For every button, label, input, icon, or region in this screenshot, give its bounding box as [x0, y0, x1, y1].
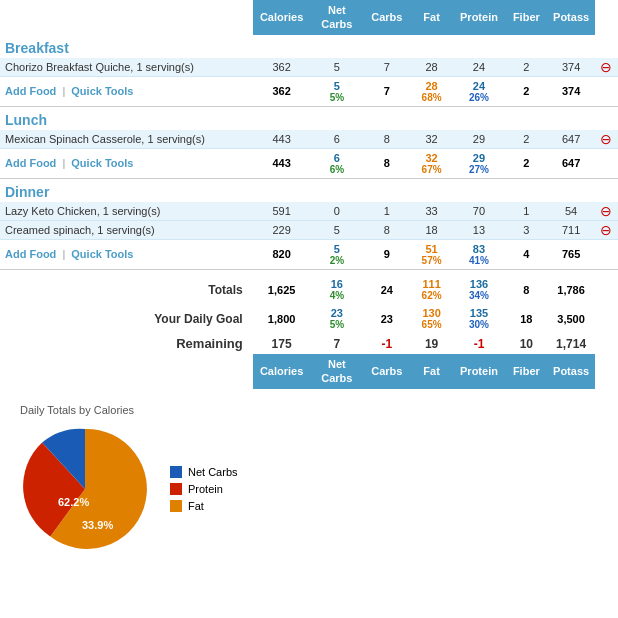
lunch-food-1-carbs: 8	[363, 130, 410, 149]
breakfast-quick-tools-link[interactable]: Quick Tools	[71, 85, 133, 97]
lunch-subtotal-fat: 32 67%	[411, 148, 453, 178]
totals-netcarbs: 16 4%	[311, 275, 364, 304]
lunch-add-food-link[interactable]: Add Food	[5, 157, 56, 169]
lunch-food-1-name: Mexican Spinach Casserole, 1 serving(s)	[0, 130, 253, 149]
pie-fat-label: 62.2%	[58, 496, 89, 508]
delete-icon: ⊖	[600, 131, 612, 147]
breakfast-food-1-protein: 24	[453, 58, 506, 77]
dinner-food-1-fiber: 1	[505, 202, 547, 221]
totals-row: Totals 1,625 16 4% 24 111 62% 136 34% 8 …	[0, 275, 618, 304]
legend-item-protein: Protein	[170, 483, 238, 495]
bottom-col-carbs: Carbs	[363, 354, 410, 389]
legend-label-fat: Fat	[188, 500, 204, 512]
lunch-subtotal-protein: 29 27%	[453, 148, 506, 178]
remaining-protein: -1	[453, 333, 506, 354]
lunch-subtotal-fiber: 2	[505, 148, 547, 178]
breakfast-food-1-carbs: 7	[363, 58, 410, 77]
chart-legend: Net Carbs Protein Fat	[170, 466, 238, 512]
dinner-label: Dinner	[5, 184, 49, 200]
dinner-food-1-name: Lazy Keto Chicken, 1 serving(s)	[0, 202, 253, 221]
dinner-food-2-potass: 711	[547, 220, 594, 239]
dinner-subtotal-carbs: 9	[363, 239, 410, 269]
pie-protein-label: 33.9%	[82, 519, 113, 531]
column-headers: Calories NetCarbs Carbs Fat Protein Fibe…	[0, 0, 618, 35]
pie-chart: 62.2% 33.9%	[20, 424, 150, 554]
delete-icon: ⊖	[600, 59, 612, 75]
dinner-subtotal-protein: 83 41%	[453, 239, 506, 269]
goal-fiber: 18	[505, 304, 547, 333]
lunch-food-1-delete[interactable]: ⊖	[595, 130, 618, 149]
lunch-food-1-potass: 647	[547, 130, 594, 149]
legend-box-protein	[170, 483, 182, 495]
legend-item-netcarbs: Net Carbs	[170, 466, 238, 478]
lunch-label: Lunch	[5, 112, 47, 128]
breakfast-food-row-1: Chorizo Breakfast Quiche, 1 serving(s) 3…	[0, 58, 618, 77]
breakfast-food-1-fat: 28	[411, 58, 453, 77]
lunch-subtotal-carbs: 8	[363, 148, 410, 178]
lunch-quick-tools-link[interactable]: Quick Tools	[71, 157, 133, 169]
breakfast-subtotal-fiber: 2	[505, 76, 547, 106]
bottom-col-fat: Fat	[411, 354, 453, 389]
remaining-carbs: -1	[363, 333, 410, 354]
breakfast-food-1-calories: 362	[253, 58, 311, 77]
breakfast-subtotal-row: Add Food | Quick Tools 362 5 5% 7 28 68%…	[0, 76, 618, 106]
dinner-subtotal-calories: 820	[253, 239, 311, 269]
col-header-calories: Calories	[253, 0, 311, 35]
breakfast-add-area: Add Food | Quick Tools	[0, 76, 253, 106]
lunch-subtotal-potass: 647	[547, 148, 594, 178]
lunch-subtotal-netcarbs: 6 6%	[311, 148, 364, 178]
col-header-fiber: Fiber	[505, 0, 547, 35]
breakfast-section-title: Breakfast	[0, 35, 618, 58]
dinner-quick-tools-link[interactable]: Quick Tools	[71, 248, 133, 260]
breakfast-food-1-name: Chorizo Breakfast Quiche, 1 serving(s)	[0, 58, 253, 77]
col-header-potass: Potass	[547, 0, 594, 35]
lunch-subtotal-row: Add Food | Quick Tools 443 6 6% 8 32 67%…	[0, 148, 618, 178]
dinner-food-1-delete[interactable]: ⊖	[595, 202, 618, 221]
lunch-separator: |	[62, 157, 65, 169]
lunch-food-1-netcarbs: 6	[311, 130, 364, 149]
breakfast-subtotal-potass: 374	[547, 76, 594, 106]
totals-label: Totals	[0, 275, 253, 304]
dinner-food-2-carbs: 8	[363, 220, 410, 239]
bottom-col-fiber: Fiber	[505, 354, 547, 389]
col-header-fat: Fat	[411, 0, 453, 35]
lunch-subtotal-calories: 443	[253, 148, 311, 178]
legend-box-fat	[170, 500, 182, 512]
dinner-add-area: Add Food | Quick Tools	[0, 239, 253, 269]
breakfast-add-food-link[interactable]: Add Food	[5, 85, 56, 97]
bottom-col-netcarbs: NetCarbs	[311, 354, 364, 389]
bottom-column-headers: Calories NetCarbs Carbs Fat Protein Fibe…	[0, 354, 618, 389]
totals-protein: 136 34%	[453, 275, 506, 304]
totals-carbs: 24	[363, 275, 410, 304]
remaining-calories: 175	[253, 333, 311, 354]
lunch-food-1-fiber: 2	[505, 130, 547, 149]
dinner-food-2-netcarbs: 5	[311, 220, 364, 239]
bottom-col-potass: Potass	[547, 354, 594, 389]
legend-label-protein: Protein	[188, 483, 223, 495]
goal-netcarbs: 23 5%	[311, 304, 364, 333]
dinner-subtotal-fat: 51 57%	[411, 239, 453, 269]
dinner-food-1-carbs: 1	[363, 202, 410, 221]
breakfast-label: Breakfast	[5, 40, 69, 56]
dinner-subtotal-row: Add Food | Quick Tools 820 5 2% 9 51 57%…	[0, 239, 618, 269]
delete-icon: ⊖	[600, 203, 612, 219]
col-header-carbs: Carbs	[363, 0, 410, 35]
breakfast-food-1-netcarbs: 5	[311, 58, 364, 77]
chart-title: Daily Totals by Calories	[20, 404, 598, 416]
remaining-label: Remaining	[0, 333, 253, 354]
breakfast-food-1-delete[interactable]: ⊖	[595, 58, 618, 77]
goal-fat: 130 65%	[411, 304, 453, 333]
dinner-add-food-link[interactable]: Add Food	[5, 248, 56, 260]
dinner-food-2-calories: 229	[253, 220, 311, 239]
lunch-food-row-1: Mexican Spinach Casserole, 1 serving(s) …	[0, 130, 618, 149]
dinner-food-2-delete[interactable]: ⊖	[595, 220, 618, 239]
goal-protein: 135 30%	[453, 304, 506, 333]
dinner-subtotal-netcarbs: 5 2%	[311, 239, 364, 269]
chart-area: 62.2% 33.9% Net Carbs Protein Fat	[20, 424, 598, 554]
lunch-food-1-calories: 443	[253, 130, 311, 149]
remaining-fat: 19	[411, 333, 453, 354]
dinner-food-1-fat: 33	[411, 202, 453, 221]
dinner-food-1-calories: 591	[253, 202, 311, 221]
dinner-subtotal-potass: 765	[547, 239, 594, 269]
breakfast-subtotal-protein: 24 26%	[453, 76, 506, 106]
